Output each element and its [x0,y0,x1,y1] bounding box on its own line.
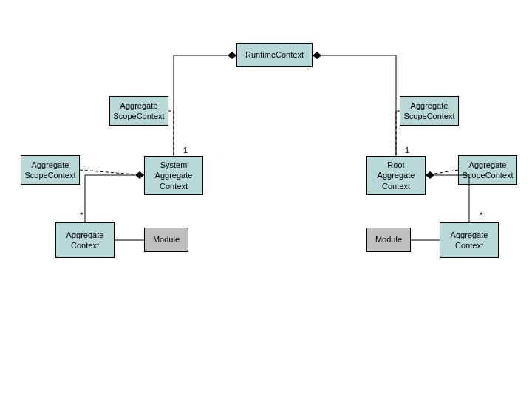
mult-one-left: 1 [183,146,188,154]
runtime-context-label: RuntimeContext [245,50,304,60]
agg-scope-left-mid-box: Aggregate ScopeContext [21,155,80,185]
aggregate-context-left-box: Aggregate Context [55,222,115,258]
module-left-label: Module [153,234,180,245]
svg-marker-16 [426,171,434,179]
module-right-box: Module [366,228,411,252]
mult-one-right: 1 [405,146,409,154]
svg-marker-0 [228,52,236,59]
aggregate-context-left-label: Aggregate Context [66,230,104,251]
agg-scope-right-top-label: Aggregate ScopeContext [403,100,454,122]
module-right-label: Module [375,234,402,245]
agg-scope-right-top-box: Aggregate ScopeContext [400,96,459,126]
root-aggregate-context-box: Root Aggregate Context [366,156,426,195]
system-aggregate-context-box: System Aggregate Context [144,156,203,195]
svg-marker-3 [313,52,321,59]
svg-marker-12 [135,171,144,179]
svg-line-9 [426,170,458,175]
runtime-context-box: RuntimeContext [236,43,313,67]
mult-many-left: * [80,211,83,219]
module-left-box: Module [144,228,188,252]
mult-many-right: * [480,211,482,219]
agg-scope-left-top-box: Aggregate ScopeContext [109,96,168,126]
agg-scope-right-mid-box: Aggregate ScopeContext [458,155,517,185]
root-aggregate-context-label: Root Aggregate Context [378,160,415,191]
aggregate-context-right-box: Aggregate Context [440,222,499,258]
agg-scope-right-mid-label: Aggregate ScopeContext [462,160,513,181]
agg-scope-left-mid-label: Aggregate ScopeContext [24,160,75,181]
system-aggregate-context-label: System Aggregate Context [155,160,193,191]
svg-line-8 [80,170,144,175]
aggregate-context-right-label: Aggregate Context [451,230,488,251]
agg-scope-left-top-label: Aggregate ScopeContext [113,100,164,122]
